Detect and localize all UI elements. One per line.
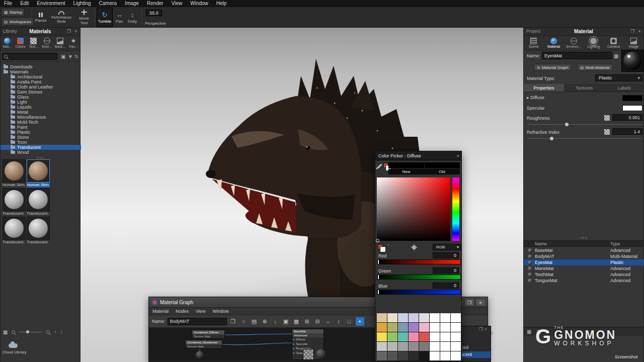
tab-textures[interactable]: Textures: [564, 84, 604, 92]
specular-color-swatch[interactable]: [622, 105, 642, 111]
tab-properties[interactable]: Properties: [524, 84, 564, 92]
palette-swatch[interactable]: [409, 351, 419, 360]
palette-swatch[interactable]: [419, 332, 429, 341]
close-panel-icon[interactable]: ×: [636, 29, 642, 34]
material-type-dropdown[interactable]: Plastic▾: [595, 74, 642, 81]
name-options-icon[interactable]: ▦: [614, 53, 618, 59]
mg-menu-window[interactable]: Window: [209, 309, 232, 314]
color-mode-dropdown[interactable]: RGB▾: [433, 244, 461, 250]
palette-swatch[interactable]: [451, 313, 461, 322]
palette-swatch[interactable]: [387, 351, 397, 360]
cloud-library-button[interactable]: Cloud Library: [3, 343, 78, 354]
palette-swatch[interactable]: [398, 313, 408, 322]
palette-swatch[interactable]: [419, 351, 429, 360]
red-value-input[interactable]: [433, 252, 459, 258]
palette-swatch[interactable]: [430, 323, 440, 332]
palette-swatch[interactable]: [440, 313, 450, 322]
fit-view-icon[interactable]: ↕: [335, 317, 343, 326]
refractive-texture-icon[interactable]: [604, 129, 610, 135]
menu-item-edit[interactable]: Edit: [16, 0, 33, 7]
tree-item[interactable]: Stone: [1, 135, 81, 140]
tab-textures[interactable]: Text...: [27, 36, 40, 50]
dolly-button[interactable]: ↕ Dolly: [126, 8, 139, 27]
tree-item-selected[interactable]: Translucent: [1, 145, 81, 150]
tree-item[interactable]: Paint: [1, 125, 81, 130]
palette-swatch[interactable]: [440, 323, 450, 332]
add-node-button[interactable]: +: [356, 317, 364, 326]
fov-input[interactable]: [146, 10, 162, 16]
duplicate-icon[interactable]: ▣: [282, 317, 290, 326]
tab-camera[interactable]: Camera: [604, 36, 624, 50]
material-row[interactable]: BaseMatAdvanced: [524, 247, 644, 253]
tree-item[interactable]: Downloads: [1, 64, 81, 69]
filter-icon[interactable]: ▼: [68, 54, 73, 59]
pan-view-icon[interactable]: □: [345, 317, 354, 326]
refractive-index-slider[interactable]: [528, 138, 641, 139]
list-view-icon[interactable]: ▥: [536, 328, 541, 335]
texture-node-glossiness[interactable]: Combined_Glossiness Texture Map: [185, 340, 222, 349]
tree-item[interactable]: Metal: [1, 110, 81, 115]
tab-scene[interactable]: Scene: [524, 36, 544, 50]
material-thumb-selected[interactable]: Human Skin...: [27, 159, 50, 188]
palette-swatch[interactable]: [377, 351, 387, 360]
settings-gear-icon[interactable]: [412, 245, 416, 249]
material-row[interactable]: ManeMatAdvanced: [524, 265, 644, 272]
workspaces-button[interactable]: ▤ Workspaces: [2, 18, 34, 26]
float-panel-icon[interactable]: ❐: [479, 327, 485, 331]
zoom-out-icon[interactable]: [12, 330, 15, 334]
tab-labels[interactable]: Labels: [604, 84, 644, 92]
material-thumb[interactable]: Translucent ...: [27, 188, 50, 216]
palette-swatch[interactable]: [451, 332, 461, 341]
palette-swatch[interactable]: [419, 323, 429, 332]
color-picker-titlebar[interactable]: Color Picker - Diffuse ×: [375, 151, 461, 160]
material-row[interactable]: BodyMATMulti-Material: [524, 253, 644, 259]
tree-item[interactable]: Liquids: [1, 105, 81, 110]
mg-menu-view[interactable]: View: [192, 309, 209, 314]
tree-item[interactable]: Toon: [1, 140, 81, 145]
swatch-pair-icon[interactable]: [383, 163, 388, 168]
palette-toggle-icon[interactable]: [378, 244, 383, 249]
tree-item[interactable]: Gem Stones: [1, 89, 81, 95]
palette-swatch[interactable]: [387, 342, 397, 351]
palette-swatch[interactable]: [377, 323, 387, 332]
new-color-swatch[interactable]: [389, 163, 425, 168]
palette-swatch[interactable]: [387, 313, 397, 322]
menu-item-help[interactable]: Help: [212, 0, 231, 7]
menu-item-environment[interactable]: Environment: [33, 0, 69, 7]
options-icon[interactable]: ≡: [546, 328, 549, 335]
startup-button[interactable]: ▦ Startup: [2, 8, 25, 16]
show-preview-icon[interactable]: ❐: [229, 317, 237, 326]
sv-marker[interactable]: [376, 239, 379, 242]
tab-colors[interactable]: Colors: [14, 36, 27, 50]
menu-item-file[interactable]: File: [0, 0, 16, 7]
refresh-icon[interactable]: ↻: [74, 54, 78, 59]
delete-icon[interactable]: ▦: [292, 317, 301, 326]
menu-item-render[interactable]: Render: [143, 0, 168, 7]
swap-icon[interactable]: ↔: [324, 317, 333, 326]
blue-slider[interactable]: [377, 290, 461, 295]
tree-item[interactable]: Miscellaneous: [1, 115, 81, 120]
tab-image[interactable]: Image: [623, 36, 643, 50]
hue-slider[interactable]: [452, 177, 459, 241]
tree-item[interactable]: Materials: [1, 69, 81, 74]
grid-view-icon[interactable]: ▦: [3, 329, 8, 335]
tree-item[interactable]: Plastic: [1, 130, 81, 135]
palette-swatch[interactable]: [419, 342, 429, 351]
menu-item-image[interactable]: Image: [121, 0, 143, 7]
close-panel-icon[interactable]: ×: [73, 29, 79, 34]
close-icon[interactable]: ×: [457, 151, 459, 160]
saturation-value-area[interactable]: [377, 177, 450, 241]
material-thumb[interactable]: Translucent ...: [3, 188, 26, 216]
palette-swatch[interactable]: [377, 342, 387, 351]
move-tool-button[interactable]: Move Tool: [75, 8, 93, 27]
mg-menu-material[interactable]: Material: [149, 309, 172, 314]
tree-item[interactable]: Light: [1, 100, 81, 105]
align-icon[interactable]: ⊞: [303, 317, 311, 326]
roughness-slider[interactable]: [528, 124, 641, 125]
palette-swatch[interactable]: [430, 332, 440, 341]
palette-swatch[interactable]: [451, 351, 461, 360]
float-panel-icon[interactable]: ❐: [66, 29, 72, 34]
palette-swatch[interactable]: [409, 323, 419, 332]
palette-swatch[interactable]: [409, 313, 419, 322]
palette-swatch[interactable]: [451, 323, 461, 332]
